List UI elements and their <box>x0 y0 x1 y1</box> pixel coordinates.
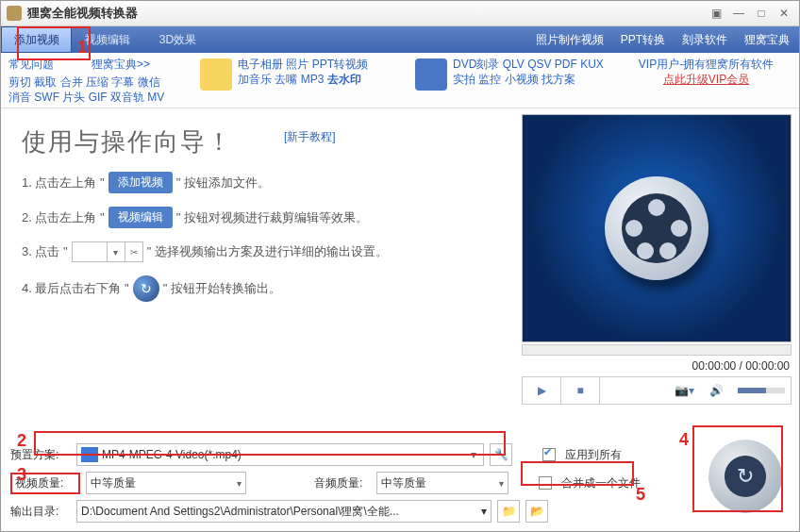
video-quality-label: 视频质量: <box>10 473 80 494</box>
colA-line2[interactable]: 加音乐 去嘴 MP3 <box>238 73 327 86</box>
apply-all-label: 应用到所有 <box>565 447 622 463</box>
guide-panel: 使用与操作向导！ [新手教程] 1. 点击左上角 " 添加视频 " 按钮添加文件… <box>1 108 522 434</box>
ppt-icon <box>200 58 232 91</box>
open-folder-button[interactable]: 📂 <box>525 500 548 523</box>
guide-heading: 使用与操作向导！ <box>22 125 501 158</box>
step-4: 4. 最后点击右下角 " ↻ " 按钮开始转换输出。 <box>22 275 501 302</box>
chevron-down-icon: ▾ <box>464 448 483 461</box>
preset-settings-button[interactable]: 🔧 <box>490 443 512 466</box>
newbie-tutorial-link[interactable]: [新手教程] <box>284 129 336 145</box>
close-button[interactable]: ✕ <box>775 6 793 21</box>
merge-label: 合并成一个文件 <box>561 475 641 491</box>
faq-line1[interactable]: 剪切 截取 合并 压缩 字幕 微信 <box>8 75 192 90</box>
faq-line2[interactable]: 消音 SWF 片头 GIF 双音轨 MV <box>8 90 192 105</box>
remove-watermark-link[interactable]: 去水印 <box>327 73 361 86</box>
browse-folder-button[interactable]: 📁 <box>497 500 520 523</box>
progress-bar[interactable] <box>522 344 792 356</box>
preview-panel: 00:00:00 / 00:00:00 ▶ ■ 📷▾ 🔊 <box>522 108 799 434</box>
snapshot-button[interactable]: 📷▾ <box>668 384 700 397</box>
film-reel-icon <box>605 176 708 280</box>
maximize-button[interactable]: □ <box>752 6 771 21</box>
preset-label: 预置方案: <box>10 447 71 463</box>
disc-icon <box>415 58 447 91</box>
colA-line1[interactable]: 电子相册 照片 PPT转视频 <box>238 57 368 72</box>
faq-header[interactable]: 常见问题 <box>8 57 54 73</box>
app-title: 狸窝全能视频转换器 <box>27 5 138 22</box>
vip-text: VIP用户-拥有狸窝所有软件 <box>621 57 792 72</box>
preset-combo[interactable]: MP4-MPEG-4 Video(*.mp4) ▾ <box>76 443 484 466</box>
play-button[interactable]: ▶ <box>523 377 561 404</box>
preset-mini-combo[interactable]: ▾✂ <box>72 241 143 262</box>
video-quality-select[interactable]: 中等质量▾ <box>86 472 246 494</box>
minimize-button[interactable]: — <box>729 6 748 21</box>
add-video-pill[interactable]: 添加视频 <box>108 172 173 193</box>
add-video-tab[interactable]: 添加视频 <box>1 26 72 53</box>
nav-photo-video[interactable]: 照片制作视频 <box>536 32 604 48</box>
audio-quality-label: 音频质量: <box>314 475 371 491</box>
output-dir-field[interactable]: D:\Document And Settings2\Administrator\… <box>76 500 492 523</box>
convert-button[interactable]: ↻ <box>708 440 782 513</box>
output-settings: 预置方案: MP4-MPEG-4 Video(*.mp4) ▾ 🔧 应用到所有 … <box>1 434 799 523</box>
app-logo <box>7 6 22 21</box>
video-edit-pill[interactable]: 视频编辑 <box>108 207 173 228</box>
preview-screen <box>522 114 792 342</box>
convert-mini-icon[interactable]: ↻ <box>133 275 159 302</box>
step-1: 1. 点击左上角 " 添加视频 " 按钮添加文件。 <box>22 172 501 193</box>
video-edit-tab[interactable]: 视频编辑 <box>72 26 142 53</box>
output-dir-label: 输出目录: <box>10 504 71 520</box>
nav-ppt[interactable]: PPT转换 <box>621 32 665 48</box>
quick-links: 常见问题 狸窝宝典>> 剪切 截取 合并 压缩 字幕 微信 消音 SWF 片头 … <box>1 53 799 108</box>
settings-icon[interactable]: ▣ <box>707 6 725 21</box>
merge-checkbox[interactable] <box>539 476 552 490</box>
audio-quality-select[interactable]: 中等质量▾ <box>376 472 508 494</box>
baodian-link[interactable]: 狸窝宝典>> <box>92 57 150 73</box>
stop-button[interactable]: ■ <box>561 377 600 404</box>
preset-value: MP4-MPEG-4 Video(*.mp4) <box>102 448 464 461</box>
colB-line1[interactable]: DVD刻录 QLV QSV PDF KUX <box>453 57 604 72</box>
vip-upgrade-link[interactable]: 点此升级VIP会员 <box>621 72 792 87</box>
nav-burn[interactable]: 刻录软件 <box>682 32 727 48</box>
toolbar: 添加视频 视频编辑 3D效果 照片制作视频 PPT转换 刻录软件 狸窝宝典 <box>1 26 799 53</box>
title-bar: 狸窝全能视频转换器 ▣ — □ ✕ <box>1 1 799 26</box>
player-controls: ▶ ■ 📷▾ 🔊 <box>522 376 792 405</box>
colB-line2[interactable]: 实拍 监控 小视频 找方案 <box>453 72 604 87</box>
volume-icon[interactable]: 🔊 <box>700 384 732 397</box>
nav-baodian[interactable]: 狸窝宝典 <box>744 32 790 48</box>
time-display: 00:00:00 / 00:00:00 <box>524 359 790 373</box>
step-3: 3. 点击 " ▾✂ " 选择视频输出方案及进行详细的输出设置。 <box>22 241 501 262</box>
mp4-icon <box>81 447 98 462</box>
volume-slider[interactable] <box>738 388 785 393</box>
3d-effect-tab[interactable]: 3D效果 <box>142 26 213 53</box>
step-2: 2. 点击左上角 " 视频编辑 " 按钮对视频进行裁剪编辑等效果。 <box>22 207 501 228</box>
apply-all-checkbox[interactable] <box>542 448 556 461</box>
